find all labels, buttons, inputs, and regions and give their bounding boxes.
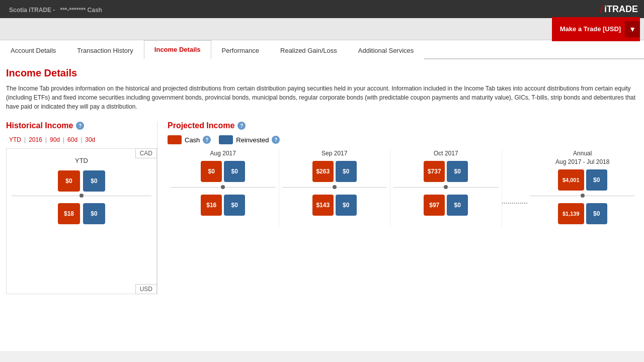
proj-sep-bottom-blue: $0 (336, 195, 357, 216)
proj-oct-bottom: $97 $0 (424, 195, 468, 216)
cad-label: CAD (135, 148, 157, 158)
proj-col-aug2017: Aug 2017 $0 $0 $16 $0 (168, 149, 279, 227)
proj-col-oct2017: Oct 2017 $737 $0 $97 $0 (390, 149, 502, 227)
page-title: Income Details (6, 67, 638, 79)
proj-sep-top-orange: $263 (312, 161, 334, 182)
filter-30d[interactable]: 30d (82, 135, 98, 144)
proj-aug-top: $0 $0 (201, 161, 245, 182)
income-sections: Historical Income ? YTD | 2016 | 90d | 6… (6, 121, 638, 294)
filter-ytd[interactable]: YTD (6, 135, 24, 144)
tab-transaction-history[interactable]: Transaction History (66, 41, 144, 59)
proj-col-aug2017-title: Aug 2017 (210, 149, 236, 158)
proj-sep-divider-dot (333, 185, 337, 189)
proj-annual-bottom-blue: $0 (586, 203, 607, 224)
proj-annual-top-orange: $4,001 (558, 169, 584, 191)
proj-aug-bottom: $16 $0 (201, 195, 245, 216)
legend-cash: Cash ? (168, 135, 211, 144)
reinvested-swatch (219, 135, 233, 144)
hist-divider-dot (79, 194, 84, 198)
proj-sep-divider (282, 187, 387, 188)
tab-realized-gain-loss[interactable]: Realized Gain/Loss (270, 41, 348, 59)
annual-separator (502, 149, 527, 227)
cash-label: Cash (185, 136, 200, 144)
historical-chart: CAD USD YTD $0 $0 $18 $0 (6, 148, 157, 294)
legend-reinvested: Reinvested ? (219, 135, 280, 144)
app-title: Scotia iTRADE - ***-******* Cash (6, 5, 102, 14)
proj-oct-bottom-orange: $97 (424, 195, 445, 216)
proj-aug-divider-dot (221, 185, 225, 189)
reinvested-label: Reinvested (236, 136, 269, 144)
usd-label: USD (135, 284, 157, 294)
historical-bottom-bars: $18 $0 (12, 203, 151, 224)
proj-sep-bottom-orange: $143 (312, 195, 334, 216)
proj-col-oct2017-title: Oct 2017 (434, 149, 458, 158)
historical-title: Historical Income ? (6, 121, 157, 130)
proj-sep-top: $263 $0 (312, 161, 357, 182)
cash-help-icon[interactable]: ? (203, 136, 211, 144)
app-name: Scotia iTRADE - (9, 7, 55, 14)
proj-annual-divider-dot (581, 194, 585, 198)
proj-annual-divider (530, 196, 635, 196)
historical-top-bars: $0 $0 (12, 170, 151, 192)
hist-divider (12, 196, 151, 196)
tab-account-details[interactable]: Account Details (0, 41, 66, 59)
proj-oct-top-orange: $737 (424, 161, 445, 182)
filter-2016[interactable]: 2016 (26, 135, 45, 144)
historical-income-section: Historical Income ? YTD | 2016 | 90d | 6… (6, 121, 157, 294)
historical-help-icon[interactable]: ? (76, 122, 84, 130)
historical-title-text: Historical Income (6, 121, 73, 130)
proj-col-annual: AnnualAug 2017 - Jul 2018 $4,001 $0 $1,1… (527, 149, 638, 227)
legend: Cash ? Reinvested ? (168, 135, 638, 144)
logo-i: i (600, 4, 603, 15)
tab-additional-services[interactable]: Additional Services (348, 41, 425, 59)
proj-oct-top-blue: $0 (447, 161, 468, 182)
proj-col-annual-title: AnnualAug 2017 - Jul 2018 (555, 149, 609, 166)
cash-swatch (168, 135, 182, 144)
projected-income-section: Projected Income ? Cash ? Reinvested ? (157, 121, 638, 294)
proj-aug-bottom-blue: $0 (224, 195, 245, 216)
tab-performance[interactable]: Performance (211, 41, 270, 59)
proj-aug-bottom-orange: $16 (201, 195, 222, 216)
projected-title: Projected Income ? (168, 121, 638, 130)
proj-col-sep2017-title: Sep 2017 (321, 149, 347, 158)
dotted-line (502, 203, 527, 204)
projected-help-icon[interactable]: ? (237, 122, 246, 130)
proj-oct-divider (393, 187, 499, 188)
make-trade-button[interactable]: Make a Trade [USD] ▼ (552, 17, 640, 41)
nav-tabs: Account Details Transaction History Inco… (0, 40, 644, 59)
proj-sep-bottom: $143 $0 (312, 195, 357, 216)
trade-button-label: Make a Trade [USD] (560, 25, 621, 33)
projected-chart: Aug 2017 $0 $0 $16 $0 Sep 2017 (168, 149, 638, 227)
trade-dropdown-arrow[interactable]: ▼ (625, 21, 640, 37)
filter-60d[interactable]: 60d (64, 135, 80, 144)
main-content: Income Details The Income Tab provides i… (0, 59, 644, 351)
proj-annual-bottom-orange: $1,139 (558, 203, 584, 224)
itrade-logo: i iTRADE (600, 4, 638, 15)
projected-title-text: Projected Income (168, 121, 234, 130)
tab-income-details[interactable]: Income Details (144, 40, 211, 59)
page-description: The Income Tab provides information on t… (6, 84, 638, 111)
proj-oct-bottom-blue: $0 (447, 195, 468, 216)
hist-bottom-orange: $18 (58, 203, 80, 224)
top-bar: Scotia iTRADE - ***-******* Cash i iTRAD… (0, 0, 644, 18)
proj-annual-bottom: $1,139 $0 (558, 203, 607, 224)
action-bar: Make a Trade [USD] ▼ (0, 18, 644, 40)
proj-sep-top-blue: $0 (336, 161, 357, 182)
logo-text: iTRADE (604, 4, 638, 15)
reinvested-help-icon[interactable]: ? (272, 136, 280, 144)
proj-aug-top-blue: $0 (224, 161, 245, 182)
proj-aug-top-orange: $0 (201, 161, 222, 182)
proj-annual-top: $4,001 $0 (558, 169, 607, 191)
proj-col-sep2017: Sep 2017 $263 $0 $143 $0 (279, 149, 391, 227)
filter-90d[interactable]: 90d (47, 135, 63, 144)
proj-annual-top-blue: $0 (586, 169, 607, 191)
hist-bottom-blue: $0 (83, 203, 105, 224)
proj-oct-top: $737 $0 (424, 161, 468, 182)
account-info: ***-******* Cash (60, 7, 102, 14)
time-filters: YTD | 2016 | 90d | 60d | 30d (6, 135, 157, 144)
proj-aug-divider (171, 187, 276, 188)
hist-top-orange: $0 (58, 170, 80, 192)
proj-oct-divider-dot (444, 185, 448, 189)
ytd-label: YTD (12, 157, 151, 164)
hist-top-blue: $0 (83, 170, 105, 192)
